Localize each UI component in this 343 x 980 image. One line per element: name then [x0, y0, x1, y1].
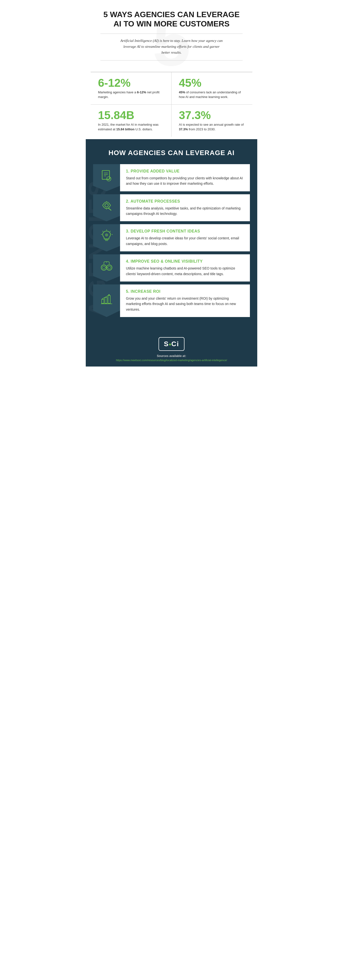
svg-point-19 — [108, 266, 111, 269]
item-desc-3: Leverage AI to develop creative ideas fo… — [126, 235, 244, 247]
svg-rect-21 — [102, 299, 104, 303]
dark-section: AGENCIES HOW AGENCIES CAN LEVERAGE AI 1.… — [86, 139, 257, 330]
svg-point-10 — [106, 234, 107, 235]
stat-cell-3: 15.84B In 2021, the market for AI in mar… — [91, 105, 172, 137]
item-desc-2: Streamline data analysis, repetitive tas… — [126, 205, 244, 216]
binoculars-icon — [100, 259, 113, 273]
logo-box: SCi — [159, 337, 185, 351]
icon-block-5 — [93, 285, 120, 317]
item-desc-5: Grow you and your clients' return on inv… — [126, 296, 244, 312]
divider-top — [100, 33, 243, 34]
item-title-3: 3. DEVELOP FRESH CONTENT IDEAS — [126, 229, 244, 234]
stat-desc-2: 45% of consumers lack an understanding o… — [179, 90, 245, 99]
stats-grid: 6-12% Marketing agencies have a 6-12% ne… — [91, 72, 252, 137]
stat-desc-3: In 2021, the market for AI in marketing … — [98, 122, 164, 132]
list-item: 5. INCREASE ROI Grow you and your client… — [93, 285, 250, 317]
list-item: 4. IMPROVE SEO & ONLINE VISIBILITY Utili… — [93, 254, 250, 282]
svg-rect-22 — [105, 298, 107, 303]
sources-link: https://www.meetsoci.com/resources/blog/… — [95, 359, 248, 362]
bulb-icon — [100, 229, 113, 243]
icon-block-4 — [93, 254, 120, 282]
item-title-2: 2. AUTOMATE PROCESSES — [126, 199, 244, 204]
footer-section: SCi Sources available at: https://www.me… — [86, 330, 257, 366]
stats-section: 6-12% Marketing agencies have a 6-12% ne… — [86, 69, 257, 139]
stat-desc-4: AI is expected to see an annual growth r… — [179, 122, 245, 132]
svg-rect-23 — [108, 296, 110, 303]
icon-block-2 — [93, 194, 120, 221]
divider-bottom — [100, 60, 243, 60]
logo-text: SCi — [164, 340, 179, 348]
svg-point-9 — [105, 234, 108, 236]
content-block-5: 5. INCREASE ROI Grow you and your client… — [120, 285, 250, 317]
page-title: 5 WAYS AGENCIES CAN LEVERAGE AI TO WIN M… — [100, 10, 243, 29]
icon-block-3 — [93, 224, 120, 251]
item-title-1: 1. PROVIDE ADDED VALUE — [126, 169, 244, 173]
stat-number-1: 6-12% — [98, 77, 164, 88]
checklist-icon — [100, 169, 113, 183]
stat-cell-4: 37.3% AI is expected to see an annual gr… — [172, 105, 252, 137]
item-desc-4: Utilize machine learning chatbots and AI… — [126, 266, 244, 277]
stat-desc-1: Marketing agencies have a 6-12% net prof… — [98, 90, 164, 99]
item-title-4: 4. IMPROVE SEO & ONLINE VISIBILITY — [126, 259, 244, 264]
page-subtitle: Artificial Intelligence (AI) is here to … — [120, 38, 223, 56]
svg-rect-0 — [102, 170, 110, 179]
svg-point-5 — [105, 204, 108, 207]
gear-icon — [100, 199, 113, 213]
stat-cell-1: 6-12% Marketing agencies have a 6-12% ne… — [91, 72, 172, 105]
sources-label: Sources available at: — [95, 354, 248, 358]
content-block-1: 1. PROVIDE ADDED VALUE Stand out from co… — [120, 164, 250, 191]
top-section: 5 5 WAYS AGENCIES CAN LEVERAGE AI TO WIN… — [86, 0, 257, 69]
content-block-2: 2. AUTOMATE PROCESSES Streamline data an… — [120, 194, 250, 221]
chart-icon — [100, 292, 113, 306]
svg-line-12 — [110, 231, 111, 232]
item-title-5: 5. INCREASE ROI — [126, 290, 244, 294]
icon-block-1 — [93, 164, 120, 191]
svg-point-18 — [102, 266, 105, 269]
stat-number-2: 45% — [179, 77, 245, 88]
content-block-4: 4. IMPROVE SEO & ONLINE VISIBILITY Utili… — [120, 254, 250, 282]
list-item: 1. PROVIDE ADDED VALUE Stand out from co… — [93, 164, 250, 191]
stat-cell-2: 45% 45% of consumers lack an understandi… — [172, 72, 252, 105]
dark-section-title: HOW AGENCIES CAN LEVERAGE AI — [86, 149, 257, 164]
list-item: 2. AUTOMATE PROCESSES Streamline data an… — [93, 194, 250, 221]
content-block-3: 3. DEVELOP FRESH CONTENT IDEAS Leverage … — [120, 224, 250, 251]
item-desc-1: Stand out from competitors by providing … — [126, 175, 244, 186]
svg-point-25 — [108, 294, 110, 296]
list-item: 3. DEVELOP FRESH CONTENT IDEAS Leverage … — [93, 224, 250, 251]
svg-line-6 — [108, 208, 111, 210]
svg-line-13 — [103, 231, 103, 232]
stat-number-4: 37.3% — [179, 110, 245, 121]
stat-number-3: 15.84B — [98, 110, 164, 121]
